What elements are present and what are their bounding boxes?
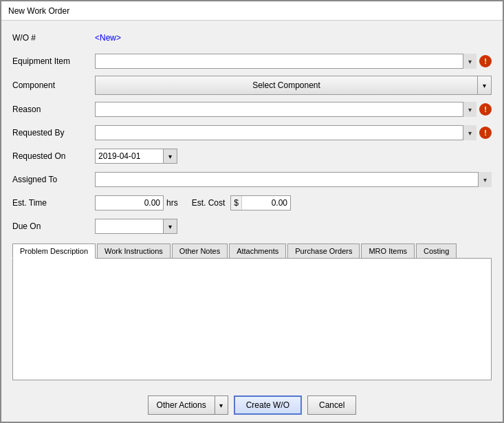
tab-other-notes[interactable]: Other Notes [172,243,228,258]
component-row: Component Select Component [12,76,492,95]
requested-on-calendar-button[interactable] [164,149,177,164]
requested-by-required-icon: ! [479,127,492,139]
tab-work-instructions[interactable]: Work Instructions [97,243,171,258]
window-title: New Work Order [8,6,69,16]
est-row: Est. Time hrs Est. Cost $ [12,194,492,212]
requested-on-input[interactable] [95,149,164,164]
equipment-row: Equipment Item ! [12,52,492,70]
tab-purchase-orders[interactable]: Purchase Orders [287,243,360,258]
requested-on-control [95,149,492,164]
due-on-input[interactable] [95,219,164,234]
title-bar: New Work Order [1,1,503,21]
equipment-required-icon: ! [479,55,492,67]
requested-by-select[interactable] [95,125,476,140]
assigned-to-select-wrapper [95,172,492,187]
equipment-select-wrapper [95,54,476,69]
tab-problem-description[interactable]: Problem Description [12,243,96,259]
component-dropdown-button[interactable] [478,76,492,95]
tab-costing[interactable]: Costing [416,243,457,258]
tab-mro-items[interactable]: MRO Items [361,243,415,258]
due-on-control [95,219,492,234]
tab-attachments[interactable]: Attachments [229,243,286,258]
other-actions-dropdown-button[interactable] [215,395,228,415]
other-actions-button[interactable]: Other Actions [148,395,215,415]
requested-by-control: ! [95,125,492,140]
reason-label: Reason [12,105,95,114]
create-wo-button[interactable]: Create W/O [234,395,302,415]
tab-section: Problem Description Work Instructions Ot… [12,243,492,380]
requested-by-label: Requested By [12,128,95,138]
requested-on-row: Requested On [12,147,492,165]
footer: Other Actions Create W/O Cancel [1,389,503,422]
est-cost-input[interactable] [242,196,290,210]
reason-select-wrapper [95,102,476,117]
tab-bar: Problem Description Work Instructions Ot… [12,243,492,259]
due-on-row: Due On [12,217,492,235]
est-time-input[interactable] [95,195,164,210]
wo-control: <New> [95,33,492,43]
reason-required-icon: ! [479,103,492,116]
est-cost-label: Est. Cost [192,198,226,208]
wo-row: W/O # <New> [12,29,492,47]
assigned-to-row: Assigned To [12,171,492,188]
est-time-control: hrs Est. Cost $ [95,195,492,210]
reason-control: ! [95,102,492,117]
wo-value[interactable]: <New> [95,33,121,43]
tab-content-area [12,259,492,380]
equipment-control: ! [95,54,492,69]
dollar-sign: $ [231,196,242,210]
due-on-calendar-button[interactable] [164,219,177,234]
hrs-label: hrs [166,198,178,208]
cancel-button[interactable]: Cancel [307,395,356,415]
requested-by-select-wrapper [95,125,476,140]
wo-label: W/O # [12,33,95,43]
window: New Work Order W/O # <New> Equipment Ite… [0,0,504,423]
other-actions-group: Other Actions [148,395,228,415]
assigned-to-label: Assigned To [12,175,95,184]
form-content: W/O # <New> Equipment Item ! Component S… [1,21,503,389]
est-cost-section: Est. Cost $ [192,195,291,210]
due-on-label: Due On [12,221,95,231]
reason-select[interactable] [95,102,476,117]
assigned-to-control [95,172,492,187]
equipment-label: Equipment Item [12,56,95,66]
requested-by-row: Requested By ! [12,124,492,142]
est-time-label: Est. Time [12,198,95,208]
component-control: Select Component [95,76,492,95]
cost-wrapper: $ [230,195,291,210]
component-select-button[interactable]: Select Component [95,76,478,95]
equipment-select[interactable] [95,54,476,69]
requested-on-label: Requested On [12,151,95,161]
assigned-to-select[interactable] [95,172,492,187]
reason-row: Reason ! [12,100,492,118]
component-label: Component [12,80,95,90]
